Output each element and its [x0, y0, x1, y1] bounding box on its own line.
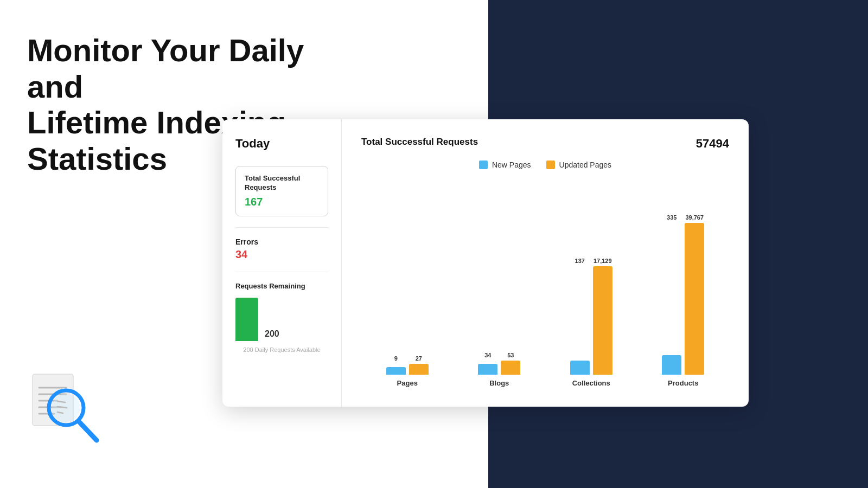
- new-pages-bar: [478, 364, 497, 375]
- updated-pages-bar: [409, 364, 429, 375]
- requests-note: 200 Daily Requests Available: [235, 346, 328, 353]
- bar-new-value: 137: [570, 258, 590, 264]
- bar-updated-value: 39,767: [685, 214, 704, 221]
- errors-value: 34: [235, 248, 328, 261]
- bar-group-pages: 927Pages: [386, 355, 429, 387]
- dashboard-card: Today Total Successful Requests 167 Erro…: [222, 119, 749, 407]
- updated-pages-bar: [685, 223, 704, 375]
- bar-group-name: Blogs: [489, 379, 509, 387]
- bar-updated-value: 53: [501, 352, 520, 358]
- legend-new-pages-label: New Pages: [492, 160, 531, 169]
- bar-values-row: 13717,129: [570, 258, 612, 264]
- bar-group-bars: [662, 223, 704, 375]
- bar-group-products: 33539,767Products: [662, 214, 704, 387]
- bar-group-bars: [478, 361, 520, 375]
- svg-line-8: [79, 421, 97, 440]
- bar-values-row: 3453: [478, 352, 520, 358]
- total-requests-label: Total Successful Requests: [245, 174, 319, 192]
- errors-section: Errors 34: [235, 227, 328, 261]
- bar-group-blogs: 3453Blogs: [478, 352, 520, 387]
- bar-new-value: 34: [478, 352, 497, 358]
- bar-values-row: 927: [386, 355, 429, 362]
- bar-group-name: Collections: [572, 379, 610, 387]
- total-requests-value: 167: [245, 196, 319, 208]
- legend-updated-pages-label: Updated Pages: [559, 160, 612, 169]
- total-requests-card: Total Successful Requests 167: [235, 166, 328, 216]
- requests-remaining-section: Requests Remaining 200 200 Daily Request…: [235, 272, 328, 353]
- chart-legend: New Pages Updated Pages: [361, 160, 729, 169]
- sidebar-title: Today: [235, 137, 328, 151]
- dashboard-sidebar: Today Total Successful Requests 167 Erro…: [222, 119, 342, 407]
- legend-updated-pages: Updated Pages: [546, 160, 612, 169]
- legend-dot-new-pages: [479, 160, 488, 169]
- bar-group-bars: [570, 266, 612, 375]
- new-pages-bar: [386, 367, 406, 375]
- legend-new-pages: New Pages: [479, 160, 531, 169]
- bar-values-row: 33539,767: [662, 214, 704, 221]
- requests-bar: [235, 298, 258, 341]
- bar-group-name: Pages: [397, 379, 418, 387]
- bar-updated-value: 17,129: [593, 258, 612, 264]
- dashboard-chart: Total Successful Requests 57494 New Page…: [342, 119, 749, 407]
- updated-pages-bar: [501, 361, 520, 375]
- chart-header: Total Successful Requests 57494: [361, 137, 729, 151]
- requests-remaining-label: Requests Remaining: [235, 282, 328, 290]
- magnifier-icon: [27, 369, 103, 445]
- bar-group-bars: [386, 364, 429, 375]
- errors-label: Errors: [235, 237, 328, 246]
- chart-title: Total Successful Requests: [361, 137, 478, 147]
- bar-group-name: Products: [668, 379, 698, 387]
- requests-count: 200: [265, 329, 279, 341]
- bar-updated-value: 27: [409, 355, 429, 362]
- bar-new-value: 9: [386, 355, 406, 362]
- bar-chart: 927Pages3453Blogs13717,129Collections335…: [361, 182, 729, 391]
- chart-total: 57494: [696, 137, 729, 151]
- requests-bar-container: 200: [235, 298, 328, 341]
- updated-pages-bar: [593, 266, 612, 375]
- legend-dot-updated-pages: [546, 160, 555, 169]
- bar-new-value: 335: [662, 214, 681, 221]
- bar-group-collections: 13717,129Collections: [570, 258, 612, 387]
- new-pages-bar: [662, 355, 681, 375]
- new-pages-bar: [570, 361, 590, 375]
